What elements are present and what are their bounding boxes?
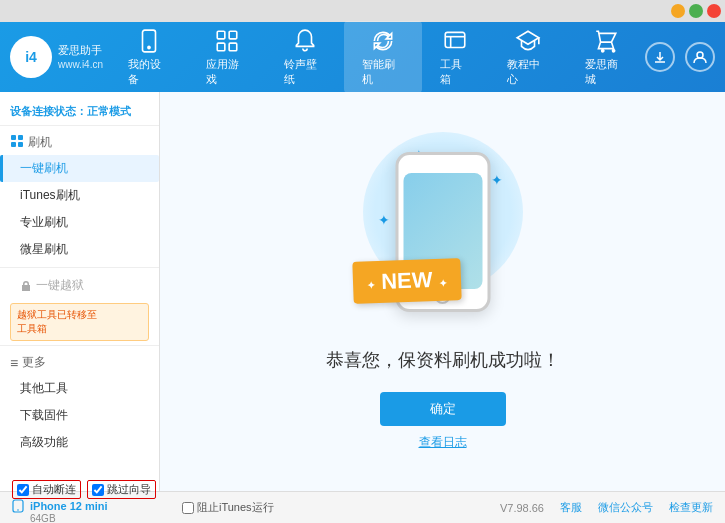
- sidebar-item-pro-flash[interactable]: 专业刷机: [0, 209, 159, 236]
- svg-point-12: [613, 50, 615, 52]
- nav-item-smart-flash[interactable]: 智能刷机: [344, 21, 422, 93]
- customer-service-link[interactable]: 客服: [560, 500, 582, 515]
- sidebar: 设备连接状态：正常模式 刷机 一键刷机 iTunes刷机 专业刷机 微星刷机 一…: [0, 92, 160, 491]
- view-log-link[interactable]: 查看日志: [419, 434, 467, 451]
- more-section-icon: ≡: [10, 355, 18, 371]
- sidebar-divider: [0, 267, 159, 268]
- header-right: [645, 42, 715, 72]
- new-badge: ✦ NEW ✦: [352, 258, 461, 304]
- auto-disconnect-label[interactable]: 自动断连: [12, 480, 81, 499]
- header: i4 爱思助手 www.i4.cn 我的设备 应用游戏 铃声壁纸: [0, 22, 725, 92]
- skip-wizard-checkbox[interactable]: [92, 484, 104, 496]
- device-phone-icon: [12, 499, 24, 513]
- tools-icon: [441, 27, 469, 55]
- close-button[interactable]: [707, 4, 721, 18]
- checkboxes-row: 自动断连 跳过向导: [12, 480, 172, 499]
- bottom-right-section: V7.98.66 客服 微信公众号 检查更新: [500, 500, 713, 515]
- sidebar-item-one-click-flash[interactable]: 一键刷机: [0, 155, 159, 182]
- skip-wizard-label[interactable]: 跳过向导: [87, 480, 156, 499]
- bottom-left-section: 自动断连 跳过向导 iPhone 12 mini 64GB Down-12min…: [12, 480, 172, 523]
- maximize-button[interactable]: [689, 4, 703, 18]
- svg-rect-3: [229, 31, 237, 39]
- main-area: 设备连接状态：正常模式 刷机 一键刷机 iTunes刷机 专业刷机 微星刷机 一…: [0, 92, 725, 491]
- svg-rect-17: [18, 142, 23, 147]
- confirm-button[interactable]: 确定: [380, 392, 506, 426]
- svg-point-11: [602, 50, 604, 52]
- sidebar-item-download-firmware[interactable]: 下载固件: [0, 402, 159, 429]
- check-update-link[interactable]: 检查更新: [669, 500, 713, 515]
- jailbreak-warning: 越狱工具已转移至 工具箱: [10, 303, 149, 341]
- sparkle-icon-2: ✦: [491, 172, 503, 188]
- svg-point-1: [148, 46, 150, 48]
- section-flash-header: 刷机: [0, 130, 159, 155]
- bottom-bar: 自动断连 跳过向导 iPhone 12 mini 64GB Down-12min…: [0, 491, 725, 523]
- main-nav: 我的设备 应用游戏 铃声壁纸 智能刷机 工具箱: [110, 21, 645, 93]
- svg-rect-6: [446, 32, 466, 47]
- user-button[interactable]: [685, 42, 715, 72]
- device-storage: 64GB: [12, 513, 172, 523]
- svg-rect-15: [18, 135, 23, 140]
- bottom-center-section: 阻止iTunes运行: [182, 500, 490, 515]
- svg-point-13: [697, 52, 703, 58]
- sidebar-item-micro-flash[interactable]: 微星刷机: [0, 236, 159, 263]
- success-message: 恭喜您，保资料刷机成功啦！: [326, 348, 560, 372]
- nav-item-apps[interactable]: 应用游戏: [188, 21, 266, 93]
- connection-status: 设备连接状态：正常模式: [0, 100, 159, 126]
- stop-itunes-section: 阻止iTunes运行: [182, 500, 490, 515]
- wechat-public-link[interactable]: 微信公众号: [598, 500, 653, 515]
- sidebar-item-advanced[interactable]: 高级功能: [0, 429, 159, 456]
- svg-rect-5: [229, 43, 237, 51]
- logo-icon: i4: [10, 36, 52, 78]
- nav-item-tools[interactable]: 工具箱: [422, 21, 489, 93]
- shop-icon: [592, 27, 620, 55]
- nav-item-my-device[interactable]: 我的设备: [110, 21, 188, 93]
- graduation-icon: [514, 27, 542, 55]
- minimize-button[interactable]: [671, 4, 685, 18]
- sidebar-item-itunes-flash[interactable]: iTunes刷机: [0, 182, 159, 209]
- refresh-icon: [369, 27, 397, 55]
- svg-rect-2: [217, 31, 225, 39]
- title-bar: [0, 0, 725, 22]
- auto-disconnect-checkbox[interactable]: [17, 484, 29, 496]
- sidebar-item-jailbreak[interactable]: 一键越狱: [0, 272, 159, 299]
- svg-rect-16: [11, 142, 16, 147]
- section-more-header: ≡ 更多: [0, 350, 159, 375]
- nav-item-shop[interactable]: 爱思商城: [567, 21, 645, 93]
- svg-marker-9: [517, 31, 539, 44]
- bell-icon: [291, 27, 319, 55]
- nav-item-tutorial[interactable]: 教程中心: [489, 21, 567, 93]
- sidebar-divider-2: [0, 345, 159, 346]
- logo-area: i4 爱思助手 www.i4.cn: [10, 36, 110, 78]
- phone-illustration: ✦ ✦ ✦ ✦ NEW ✦: [353, 132, 533, 332]
- stop-itunes-checkbox[interactable]: [182, 502, 194, 514]
- nav-item-ringtone[interactable]: 铃声壁纸: [266, 21, 344, 93]
- content-area: ✦ ✦ ✦ ✦ NEW ✦ 恭喜您，保资料刷机成功啦！ 确定 查看日志: [160, 92, 725, 491]
- logo-text: 爱思助手 www.i4.cn: [58, 43, 103, 70]
- sidebar-item-other-tools[interactable]: 其他工具: [0, 375, 159, 402]
- svg-rect-14: [11, 135, 16, 140]
- phone-icon: [135, 27, 163, 55]
- device-info: iPhone 12 mini: [12, 499, 172, 513]
- apps-icon: [213, 27, 241, 55]
- download-button[interactable]: [645, 42, 675, 72]
- svg-rect-4: [217, 43, 225, 51]
- flash-section-icon: [10, 134, 24, 151]
- sparkle-icon-3: ✦: [378, 212, 390, 228]
- svg-point-19: [17, 509, 19, 511]
